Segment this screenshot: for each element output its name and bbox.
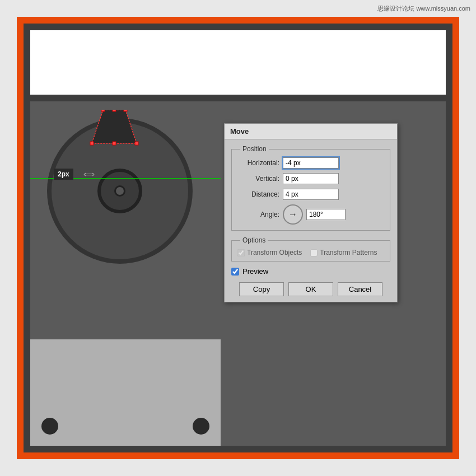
shape-container [86,110,142,156]
horizontal-input[interactable] [283,157,339,169]
svg-marker-0 [92,110,137,143]
svg-rect-7 [113,142,116,145]
svg-rect-3 [124,110,127,111]
cancel-button[interactable]: Cancel [338,282,382,296]
options-checkboxes: Transform Objects Transform Patterns [237,249,384,256]
preview-checkbox[interactable] [231,268,239,276]
dialog-body: Position Horizontal: Vertical: Distance: [225,139,397,302]
distance-row: Distance: [237,189,384,200]
angle-controls: → [283,204,346,225]
angle-row: Angle: → [237,204,384,225]
distance-label: Distance: [237,190,279,198]
position-legend: Position [240,145,269,153]
vertical-label: Vertical: [237,175,279,183]
options-fieldset: Options Transform Objects Transform Patt… [231,236,390,262]
options-legend: Options [240,236,268,244]
speaker-area: 2px ⟺ [30,101,221,446]
angle-circle: → [283,204,303,225]
copy-button[interactable]: Copy [239,282,284,296]
ok-button[interactable]: OK [288,282,333,296]
move-cursor-icon: ⟺ [83,170,95,179]
preview-label: Preview [242,267,268,276]
vertical-input[interactable] [283,173,339,184]
transform-patterns-checkbox[interactable] [310,249,318,256]
canvas-top [30,30,446,95]
preview-row: Preview [231,267,390,276]
svg-rect-4 [135,142,138,145]
vertical-row: Vertical: [237,173,384,184]
dialog-title: Move [225,124,397,139]
svg-rect-6 [113,110,116,111]
angle-label: Angle: [237,211,279,218]
angle-arrow-icon: → [288,209,297,220]
transform-objects-checkbox[interactable] [237,249,245,256]
bottom-panel [30,339,221,446]
corner-circle-br [193,418,209,435]
speaker-inner [97,169,142,213]
px-label: 2px [54,169,73,180]
speaker-center [114,185,125,197]
watermark: 思缘设计论坛 www.missyuan.com [377,4,470,13]
transform-objects-option[interactable]: Transform Objects [237,249,302,256]
horizontal-label: Horizontal: [237,159,279,167]
corner-circle-bl [41,418,58,435]
svg-rect-2 [101,110,105,111]
position-fieldset: Position Horizontal: Vertical: Distance: [231,145,390,231]
distance-input[interactable] [283,189,339,200]
horizontal-row: Horizontal: [237,157,384,169]
button-row: Copy OK Cancel [231,282,390,296]
move-dialog: Move Position Horizontal: Vertical: [224,123,398,302]
svg-rect-5 [90,142,94,145]
transform-patterns-option[interactable]: Transform Patterns [310,249,377,256]
angle-input[interactable] [306,209,346,220]
